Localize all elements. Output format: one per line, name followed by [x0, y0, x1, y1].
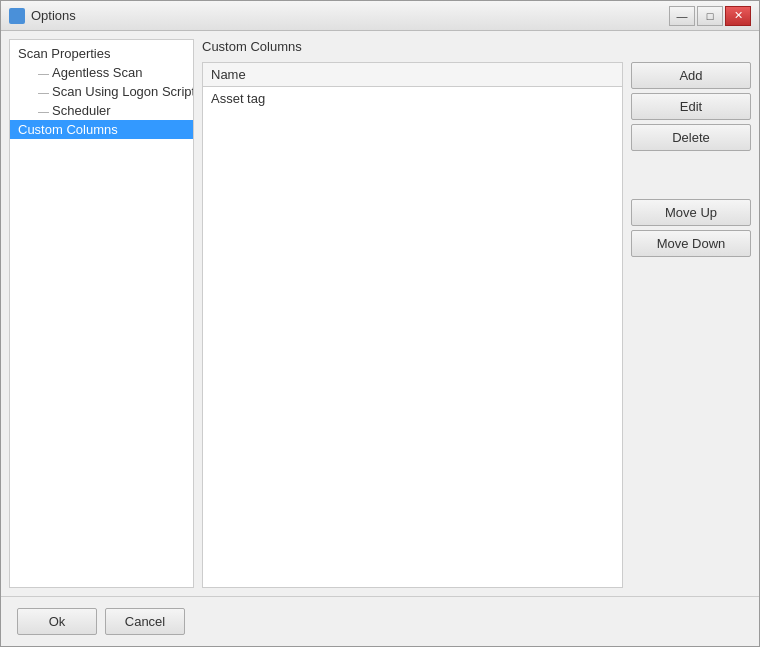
section-title: Custom Columns — [202, 39, 751, 54]
right-panel: Custom Columns Name Asset tag Add Edit D… — [202, 39, 751, 588]
sidebar-item-scan-properties[interactable]: Scan Properties — [10, 44, 193, 63]
title-bar-left: Options — [9, 8, 76, 24]
minimize-button[interactable]: — — [669, 6, 695, 26]
title-controls: — □ ✕ — [669, 6, 751, 26]
sidebar-item-agentless-scan[interactable]: Agentless Scan — [10, 63, 193, 82]
move-down-button[interactable]: Move Down — [631, 230, 751, 257]
window-title: Options — [31, 8, 76, 23]
move-up-button[interactable]: Move Up — [631, 199, 751, 226]
buttons-panel: Add Edit Delete Move Up Move Down — [631, 62, 751, 588]
list-item-asset-tag[interactable]: Asset tag — [203, 87, 622, 110]
content-area: Scan Properties Agentless Scan Scan Usin… — [1, 31, 759, 596]
title-bar: Options — □ ✕ — [1, 1, 759, 31]
app-icon — [9, 8, 25, 24]
sidebar-item-custom-columns[interactable]: Custom Columns — [10, 120, 193, 139]
sidebar-item-scheduler[interactable]: Scheduler — [10, 101, 193, 120]
list-column-header: Name — [203, 63, 622, 87]
footer: Ok Cancel — [1, 596, 759, 646]
add-button[interactable]: Add — [631, 62, 751, 89]
custom-columns-list: Name Asset tag — [202, 62, 623, 588]
sidebar-item-scan-using-logon-script[interactable]: Scan Using Logon Script — [10, 82, 193, 101]
ok-button[interactable]: Ok — [17, 608, 97, 635]
options-window: Options — □ ✕ Scan Properties Agentless … — [0, 0, 760, 647]
cancel-button[interactable]: Cancel — [105, 608, 185, 635]
edit-button[interactable]: Edit — [631, 93, 751, 120]
close-button[interactable]: ✕ — [725, 6, 751, 26]
restore-button[interactable]: □ — [697, 6, 723, 26]
button-spacer — [631, 155, 751, 195]
main-content: Name Asset tag Add Edit Delete Move Up M… — [202, 62, 751, 588]
delete-button[interactable]: Delete — [631, 124, 751, 151]
left-panel: Scan Properties Agentless Scan Scan Usin… — [9, 39, 194, 588]
